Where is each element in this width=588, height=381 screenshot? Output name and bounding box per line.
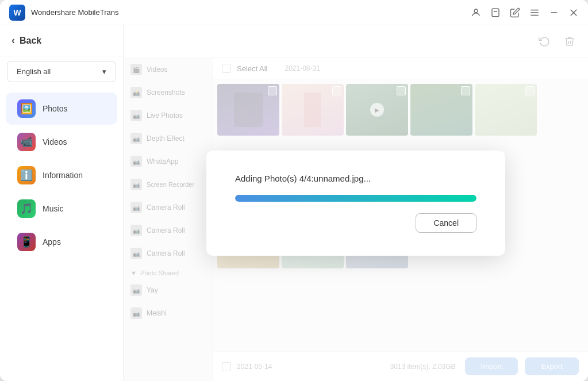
edit-icon[interactable]	[510, 7, 520, 18]
progress-bar-fill	[235, 195, 476, 202]
sidebar-item-information[interactable]: ℹ️ Information	[6, 159, 117, 191]
music-icon: 🎵	[17, 199, 36, 218]
back-label: Back	[20, 36, 41, 46]
videos-label: Videos	[43, 137, 67, 147]
back-arrow-icon: ‹	[11, 34, 15, 47]
cancel-button[interactable]: Cancel	[416, 213, 476, 233]
photos-label: Photos	[43, 104, 68, 113]
sidebar: ‹ Back English all ▾ 🖼️ Photos 📹 Videos …	[0, 25, 124, 381]
language-selector[interactable]: English all ▾	[7, 61, 116, 82]
information-label: Information	[43, 171, 83, 180]
app-icon: W	[9, 5, 25, 21]
photos-icon: 🖼️	[17, 99, 36, 118]
music-label: Music	[43, 204, 64, 213]
modal-dialog: Adding Photo(s) 4/4:unnamed.jpg... Cance…	[206, 151, 505, 256]
sidebar-item-videos[interactable]: 📹 Videos	[6, 126, 117, 158]
modal-message: Adding Photo(s) 4/4:unnamed.jpg...	[235, 174, 476, 183]
chevron-down-icon: ▾	[102, 67, 106, 76]
minimize-icon[interactable]	[549, 7, 559, 18]
modal-overlay: Adding Photo(s) 4/4:unnamed.jpg... Cance…	[124, 25, 588, 381]
sidebar-item-apps[interactable]: 📱 Apps	[6, 226, 117, 258]
svg-rect-1	[492, 9, 499, 17]
svg-point-0	[474, 9, 478, 13]
app-window: W Wondershare MobileTrans	[0, 0, 588, 381]
progress-bar-track	[235, 195, 476, 202]
sidebar-item-photos[interactable]: 🖼️ Photos	[6, 93, 117, 125]
title-bar-left: W Wondershare MobileTrans	[9, 5, 118, 21]
menu-icon[interactable]	[529, 7, 540, 18]
back-button[interactable]: ‹ Back	[0, 25, 123, 56]
language-label: English all	[17, 67, 51, 76]
modal-actions: Cancel	[235, 213, 476, 233]
nav-items: 🖼️ Photos 📹 Videos ℹ️ Information 🎵 Musi…	[0, 87, 123, 381]
main-content: ‹ Back English all ▾ 🖼️ Photos 📹 Videos …	[0, 25, 588, 381]
app-title: Wondershare MobileTrans	[31, 8, 118, 17]
videos-icon: 📹	[17, 133, 36, 151]
bookmark-icon[interactable]	[490, 7, 501, 18]
information-icon: ℹ️	[17, 166, 36, 184]
title-bar-controls	[471, 7, 579, 18]
content-area: 🎬 Videos 📸 Screenshots 📷 Live Photos 📷 D…	[124, 25, 588, 381]
close-icon[interactable]	[568, 7, 579, 18]
sidebar-item-music[interactable]: 🎵 Music	[6, 193, 117, 225]
title-bar: W Wondershare MobileTrans	[0, 0, 588, 25]
profile-icon[interactable]	[471, 7, 481, 18]
apps-label: Apps	[43, 237, 61, 247]
apps-icon: 📱	[17, 233, 36, 251]
